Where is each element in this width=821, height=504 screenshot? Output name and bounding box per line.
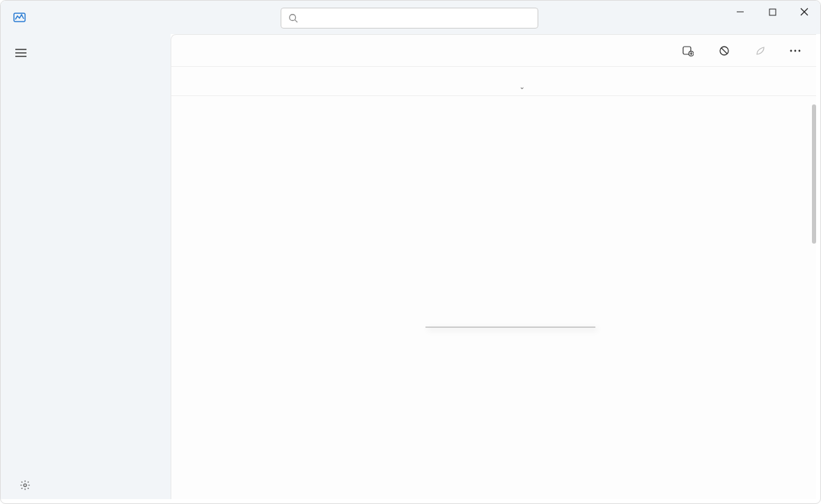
- close-button[interactable]: [788, 1, 820, 23]
- page-header: [171, 35, 816, 67]
- minimize-button[interactable]: [724, 1, 756, 23]
- search-input[interactable]: [281, 8, 538, 29]
- col-name[interactable]: [171, 91, 330, 95]
- col-disk[interactable]: [511, 93, 560, 95]
- context-menu: [425, 326, 595, 328]
- more-button[interactable]: [785, 41, 805, 61]
- svg-line-16: [721, 48, 727, 54]
- end-task-icon: [719, 45, 730, 56]
- col-memory[interactable]: ⌄: [462, 84, 511, 95]
- svg-point-10: [24, 484, 26, 487]
- end-task-button[interactable]: [713, 42, 741, 59]
- app-icon: [13, 11, 26, 24]
- svg-point-1: [290, 15, 296, 21]
- maximize-button[interactable]: [756, 1, 788, 23]
- leaf-icon: [755, 45, 766, 56]
- col-network[interactable]: [560, 93, 609, 95]
- window-buttons: [724, 1, 820, 23]
- search-icon: [288, 13, 298, 23]
- svg-line-2: [295, 20, 298, 23]
- main-panel: ⌄: [171, 34, 816, 499]
- run-new-task-button[interactable]: [677, 42, 705, 59]
- scrollbar[interactable]: [812, 104, 816, 244]
- svg-rect-4: [769, 9, 776, 15]
- gear-icon: [19, 479, 31, 491]
- efficiency-mode-button[interactable]: [749, 42, 777, 59]
- process-list[interactable]: [171, 96, 816, 499]
- table-header: ⌄: [171, 67, 816, 96]
- titlebar: [1, 1, 820, 34]
- sidebar-item-settings[interactable]: [5, 471, 166, 499]
- col-status[interactable]: [330, 91, 414, 95]
- svg-point-18: [795, 49, 797, 52]
- col-cpu[interactable]: [414, 93, 462, 95]
- svg-point-17: [790, 49, 792, 52]
- svg-point-19: [799, 49, 801, 52]
- hamburger-button[interactable]: [8, 41, 34, 65]
- run-task-icon: [682, 45, 694, 56]
- sidebar: [1, 34, 171, 499]
- chevron-down-icon: ⌄: [519, 82, 525, 91]
